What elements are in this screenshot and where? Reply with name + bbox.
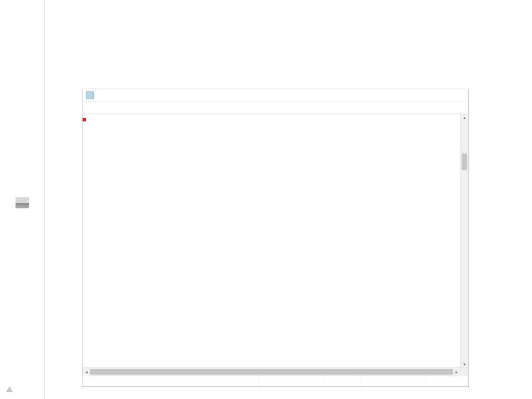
- scroll-right-icon[interactable]: ▸: [453, 368, 461, 376]
- scroll-down-icon[interactable]: ▾: [461, 360, 468, 368]
- scroll-corner: [460, 367, 468, 376]
- triangle-icon: [6, 386, 13, 392]
- status-encoding: [426, 376, 468, 386]
- midas-logo: [4, 387, 14, 392]
- scroll-left-icon[interactable]: ◂: [83, 368, 90, 376]
- notepad-window: ▴ ▾ ◂ ▸: [82, 89, 469, 387]
- notepad-icon: [86, 91, 94, 99]
- close-button[interactable]: [449, 90, 468, 101]
- horizontal-scrollbar[interactable]: ◂ ▸: [83, 367, 461, 376]
- scroll-thumb-horizontal[interactable]: [90, 369, 453, 375]
- menubar: [83, 102, 468, 113]
- maximize-button[interactable]: [431, 90, 449, 101]
- client-area: ▴ ▾ ◂ ▸: [83, 113, 468, 376]
- status-zoom: [324, 376, 361, 386]
- scroll-up-icon[interactable]: ▴: [461, 114, 468, 121]
- status-bar: [83, 376, 468, 386]
- slide-thumbnail-icon: [16, 197, 29, 208]
- text-area[interactable]: [83, 114, 461, 368]
- minimize-button[interactable]: [412, 90, 431, 101]
- vertical-scrollbar[interactable]: ▴ ▾: [460, 114, 468, 368]
- highlight-box: [83, 118, 86, 121]
- scroll-thumb-vertical[interactable]: [462, 154, 467, 170]
- status-eol: [361, 376, 426, 386]
- separator-line: [44, 0, 45, 399]
- titlebar: [83, 89, 468, 102]
- status-position: [259, 376, 324, 386]
